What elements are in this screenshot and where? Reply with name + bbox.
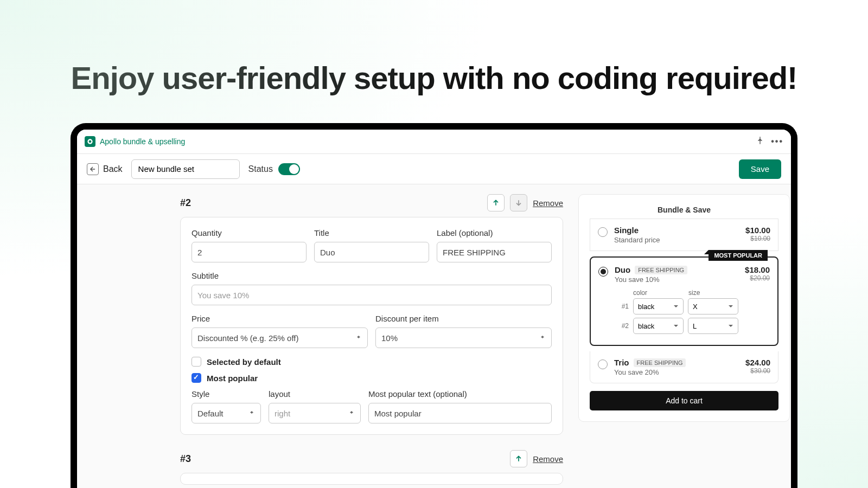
variant-num: #2 — [615, 322, 629, 330]
back-button[interactable]: Back — [87, 163, 123, 175]
opt-price: $24.00 — [745, 358, 770, 367]
move-up-button[interactable] — [487, 194, 505, 211]
add-to-cart-button[interactable]: Add to cart — [590, 391, 778, 410]
label-input[interactable] — [437, 242, 552, 262]
back-label: Back — [103, 164, 123, 174]
preview-title: Bundle & Save — [590, 206, 778, 219]
bundle-preview: Bundle & Save Single Standard price $10.… — [578, 194, 790, 422]
price-mode-select[interactable]: Discounted % (e.g. 25% off) — [192, 328, 368, 348]
remove-link-3[interactable]: Remove — [533, 454, 563, 464]
opt-name: Trio — [614, 358, 629, 367]
section-2-card: Quantity Title Label (optional) Subtitle — [180, 217, 563, 435]
quantity-label: Quantity — [192, 228, 307, 237]
variant-color-2[interactable]: black — [633, 318, 684, 334]
selected-default-checkbox[interactable] — [192, 357, 201, 367]
opt-sub: You save 20% — [614, 368, 739, 376]
variant-num: #1 — [615, 303, 629, 310]
variant-header-color: color — [633, 289, 683, 297]
opt-sub: Standard price — [614, 236, 739, 244]
opt-sub: You save 10% — [615, 275, 738, 284]
editor-toolbar: Back Status Save — [77, 154, 791, 184]
discount-value-select[interactable]: 10% — [375, 328, 552, 348]
pin-icon[interactable] — [756, 136, 764, 147]
layout-select[interactable]: right — [269, 403, 361, 423]
section-2-title: #2 — [180, 197, 191, 209]
most-popular-row[interactable]: Most popular — [192, 373, 552, 383]
opt-strike: $10.00 — [745, 235, 770, 242]
radio-duo[interactable] — [598, 267, 608, 277]
subtitle-input[interactable] — [192, 285, 552, 305]
label-optional-label: Label (optional) — [437, 228, 552, 237]
remove-link[interactable]: Remove — [533, 198, 563, 208]
selected-default-row[interactable]: Selected by default — [192, 357, 552, 367]
variant-size-1[interactable]: X — [688, 298, 738, 314]
discount-label: Discount per item — [375, 314, 552, 323]
variant-size-2[interactable]: L — [688, 318, 738, 334]
opt-strike: $30.00 — [745, 367, 770, 375]
opt-name: Duo — [615, 265, 630, 274]
subtitle-label: Subtitle — [192, 271, 552, 280]
move-down-button[interactable] — [510, 194, 527, 211]
style-select[interactable]: Default — [192, 403, 261, 423]
variant-header-size: size — [688, 289, 738, 297]
variant-color-1[interactable]: black — [633, 298, 684, 314]
popular-text-label: Most popular text (optional) — [368, 389, 552, 399]
status-label: Status — [248, 164, 273, 174]
option-trio[interactable]: Trio FREE SHIPPING You save 20% $24.00 $… — [590, 351, 778, 383]
move-up-button-3[interactable] — [510, 450, 527, 467]
app-bar: Apollo bundle & upselling ••• — [77, 130, 791, 154]
title-label: Title — [314, 228, 429, 237]
radio-single[interactable] — [598, 227, 608, 237]
status-toggle[interactable] — [278, 163, 300, 175]
section-3-title: #3 — [180, 453, 191, 465]
price-label: Price — [192, 314, 368, 323]
section-3-card — [180, 473, 563, 485]
back-icon — [87, 163, 99, 175]
style-label: Style — [192, 389, 261, 399]
option-duo[interactable]: MOST POPULAR Duo FREE SHIPPING You save … — [590, 256, 778, 346]
layout-label: layout — [269, 389, 361, 399]
bundle-name-input[interactable] — [131, 159, 240, 179]
quantity-input[interactable] — [192, 242, 307, 262]
save-button[interactable]: Save — [739, 159, 781, 179]
opt-name: Single — [614, 226, 639, 235]
radio-trio[interactable] — [598, 359, 608, 369]
title-input[interactable] — [314, 242, 429, 262]
selected-default-label: Selected by default — [207, 357, 281, 367]
free-shipping-badge: FREE SHIPPING — [634, 358, 686, 367]
option-single[interactable]: Single Standard price $10.00 $10.00 — [590, 219, 778, 251]
section-3-header: #3 Remove — [180, 450, 563, 467]
opt-strike: $20.00 — [745, 274, 770, 282]
app-logo-icon — [85, 136, 95, 147]
page-headline: Enjoy user-friendly setup with no coding… — [0, 0, 868, 123]
app-name: Apollo bundle & upselling — [100, 137, 185, 146]
most-popular-label: Most popular — [207, 374, 258, 383]
most-popular-tag: MOST POPULAR — [709, 250, 768, 261]
svg-point-1 — [89, 140, 92, 143]
opt-price: $18.00 — [745, 265, 770, 274]
free-shipping-badge: FREE SHIPPING — [635, 266, 687, 274]
popular-text-input[interactable] — [368, 403, 552, 423]
app-frame: Apollo bundle & upselling ••• Back Statu… — [71, 123, 797, 488]
section-2-header: #2 Remove — [180, 194, 563, 211]
more-icon[interactable]: ••• — [771, 137, 783, 146]
opt-price: $10.00 — [745, 226, 770, 235]
most-popular-checkbox[interactable] — [192, 373, 201, 383]
